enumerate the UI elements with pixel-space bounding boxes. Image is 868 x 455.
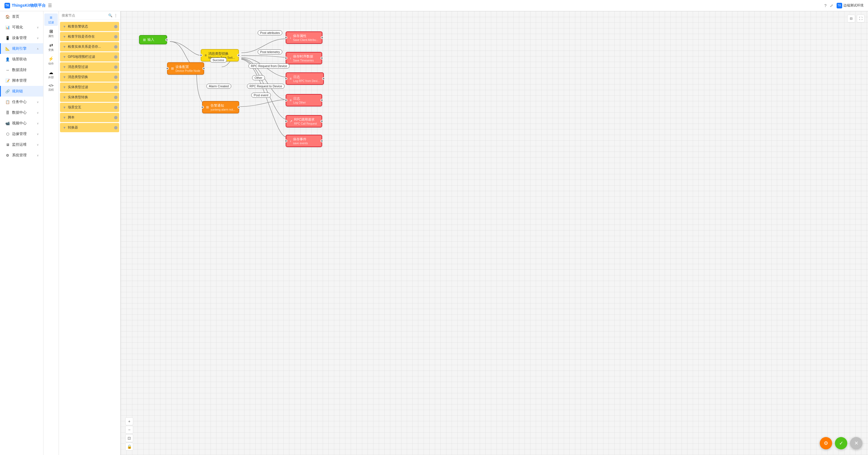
edge-label-other[interactable]: Other bbox=[252, 75, 265, 80]
input-node-icon: ⊞ bbox=[143, 38, 146, 42]
save-ts-left-port[interactable] bbox=[285, 57, 287, 59]
list-item[interactable]: ▼ 消息类型切换 bbox=[60, 73, 119, 82]
list-item[interactable]: ▼ 转换器 bbox=[60, 123, 119, 132]
log-other-right-port[interactable] bbox=[320, 99, 323, 102]
fullscreen-icon[interactable]: ⤢ bbox=[830, 3, 833, 8]
save-events-right-port[interactable] bbox=[320, 140, 323, 142]
rpc-call-icon: ↗ bbox=[289, 119, 292, 123]
sidebar-item-visualization[interactable]: 📊 可视化 ∨ bbox=[0, 22, 43, 33]
close-action-button[interactable]: ✕ bbox=[850, 437, 862, 449]
alarm-notification-node[interactable]: ⊞ 告警通知 yunteng alarm not... bbox=[202, 101, 239, 113]
save-ts-right-port[interactable] bbox=[320, 57, 323, 59]
node-label: 场景交互 bbox=[68, 105, 81, 110]
sidebar-item-device-mgmt[interactable]: 📱 设备管理 ∨ bbox=[0, 33, 43, 43]
log-rpc-node[interactable]: ≡ 日志 Log RPC from Devi... bbox=[286, 73, 324, 85]
help-icon[interactable]: ? bbox=[824, 3, 827, 8]
edge-label-rpc-from-device[interactable]: RPC Request from Device bbox=[248, 63, 289, 68]
save-timeseries-node[interactable]: ↓ 保存时序数据 Save Timeseries bbox=[286, 52, 322, 64]
chevron-down-icon: ∨ bbox=[37, 122, 39, 125]
alarm-left-port[interactable] bbox=[201, 106, 204, 109]
list-item[interactable]: ▼ 场景交互 bbox=[60, 103, 119, 112]
edge-label-success[interactable]: Success bbox=[210, 58, 227, 63]
log-other-left-port[interactable] bbox=[285, 99, 287, 102]
lock-button[interactable]: 🔒 bbox=[125, 443, 133, 451]
list-item[interactable]: ▼ 检查告警状态 bbox=[60, 22, 119, 31]
visualization-icon: 📊 bbox=[5, 25, 10, 29]
sidebar-item-scene[interactable]: 👤 场景联动 bbox=[0, 54, 43, 64]
device-profile-right-port[interactable] bbox=[203, 67, 205, 70]
search-icon[interactable]: 🔍 bbox=[108, 13, 113, 18]
edge-label-alarm-created[interactable]: Alarm Created bbox=[206, 84, 231, 89]
rpc-call-right-port[interactable] bbox=[320, 120, 323, 123]
device-profile-node[interactable]: ⊞ 设备配置 Device Profile Node bbox=[167, 62, 204, 75]
input-right-port[interactable] bbox=[165, 38, 168, 41]
sidebar-item-edge[interactable]: ⬡ 边缘管理 ∨ bbox=[0, 129, 43, 139]
rpc-call-node[interactable]: ↗ RPC调用请求 RPC Call Request bbox=[286, 115, 322, 127]
rules-icon: 📐 bbox=[5, 47, 10, 51]
list-item[interactable]: ▼ 实体类型过滤 bbox=[60, 83, 119, 92]
edge-label-post-telemetry[interactable]: Post telemetry bbox=[258, 49, 282, 54]
toolbar-flow[interactable]: </> 流程 bbox=[44, 82, 58, 93]
rpc-call-subtitle: RPC Call Request bbox=[294, 122, 317, 125]
input-node[interactable]: ⊞ 输入 bbox=[139, 35, 167, 44]
minimize-button[interactable]: ⊟ bbox=[847, 15, 855, 23]
sidebar-item-script[interactable]: 📝 脚本管理 bbox=[0, 75, 43, 86]
sidebar-item-rule-chain[interactable]: 🔗 规则链 bbox=[0, 86, 43, 96]
device-profile-left-port[interactable] bbox=[166, 67, 169, 70]
list-item[interactable]: ▼ 检查实体关系是否存... bbox=[60, 42, 119, 51]
rpc-call-left-port[interactable] bbox=[285, 120, 287, 123]
filter-icon: ▼ bbox=[63, 25, 66, 29]
toolbar-transform[interactable]: ⇄ 变换 bbox=[44, 41, 58, 53]
confirm-action-button[interactable]: ✓ bbox=[835, 437, 847, 449]
close-action-icon: ✕ bbox=[854, 440, 859, 446]
sidebar-item-dataflow[interactable]: ↔ 数据流转 bbox=[0, 64, 43, 75]
video-icon: 📹 bbox=[5, 121, 10, 125]
edge-label-post-event[interactable]: Post event bbox=[251, 93, 271, 98]
sidebar-item-tasks[interactable]: 📋 任务中心 ∨ bbox=[0, 96, 43, 107]
toolbar-external[interactable]: ☁ 外部 bbox=[44, 68, 58, 81]
sidebar-item-system[interactable]: ⚙ 系统管理 ∨ bbox=[0, 150, 43, 161]
edge-label-rpc-to-device[interactable]: RPC Request to Device bbox=[247, 84, 285, 89]
node-label: 检查告警状态 bbox=[68, 24, 88, 29]
zoom-in-button[interactable]: + bbox=[125, 417, 133, 425]
expand-button[interactable]: ⛶ bbox=[857, 15, 865, 23]
settings-action-button[interactable]: ⚙ bbox=[820, 437, 832, 449]
canvas-area[interactable]: ⊞ 输入 ⊞ 设备配置 Device Profile Node ≡ 消息类型切换 bbox=[121, 11, 868, 455]
toolbar-attributes[interactable]: ⊞ 属性 bbox=[44, 27, 58, 39]
sidebar-item-label: 边缘管理 bbox=[12, 131, 27, 136]
log-rpc-left-port[interactable] bbox=[285, 77, 287, 80]
save-events-left-port[interactable] bbox=[285, 140, 287, 142]
sidebar-item-monitor[interactable]: 🖥 监控运维 ∨ bbox=[0, 139, 43, 150]
save-attr-right-port[interactable] bbox=[321, 36, 323, 39]
search-input[interactable] bbox=[62, 13, 106, 18]
sidebar-item-home[interactable]: 🏠 首页 bbox=[0, 11, 43, 22]
save-attributes-node[interactable]: ↓ 保存属性 Save Client Attribu... bbox=[286, 31, 322, 44]
menu-icon[interactable]: ☰ bbox=[48, 3, 52, 8]
zoom-out-button[interactable]: − bbox=[125, 426, 133, 434]
save-events-node[interactable]: ↓ 保存事件 save events bbox=[286, 135, 322, 147]
sidebar-item-data-center[interactable]: 🗄 数据中心 ∨ bbox=[0, 107, 43, 118]
fit-button[interactable]: ⊡ bbox=[125, 434, 133, 442]
save-ts-title: 保存时序数据 bbox=[293, 54, 314, 59]
list-item[interactable]: ▼ 消息类型过滤 bbox=[60, 62, 119, 72]
sidebar-item-rules[interactable]: 📐 规则引擎 ∧ bbox=[0, 43, 43, 54]
sidebar-item-video[interactable]: 📹 视频中心 ∨ bbox=[0, 118, 43, 129]
logo-text: ThingsKit物联平台 bbox=[12, 3, 46, 8]
list-item[interactable]: ▼ 实体类型转换 bbox=[60, 93, 119, 102]
alarm-right-port[interactable] bbox=[238, 106, 240, 109]
log-other-subtitle: Log Other bbox=[293, 101, 306, 104]
node-label: 消息类型切换 bbox=[68, 75, 88, 80]
save-attr-left-port[interactable] bbox=[285, 36, 287, 39]
list-item[interactable]: ▼ 检查字段是否存在 bbox=[60, 32, 119, 41]
log-rpc-right-port[interactable] bbox=[322, 77, 325, 80]
edge-label-post-attributes[interactable]: Post attributes bbox=[258, 30, 282, 35]
list-item[interactable]: ▼ GPS地理围栏过滤 bbox=[60, 52, 119, 61]
header-left: TK ThingsKit物联平台 ☰ bbox=[4, 3, 52, 8]
toolbar-action[interactable]: ⚡ 动作 bbox=[44, 54, 58, 67]
msg-switch-right-port[interactable] bbox=[237, 54, 240, 57]
log-other-node[interactable]: ≡ 日志 Log Other bbox=[286, 94, 322, 106]
toolbar-filter[interactable]: ≡ 过滤 bbox=[44, 13, 58, 26]
menu-dots-icon[interactable]: ⋮ bbox=[114, 13, 118, 18]
msg-switch-left-port[interactable] bbox=[199, 54, 203, 57]
list-item[interactable]: ▼ 脚本 bbox=[60, 113, 119, 122]
